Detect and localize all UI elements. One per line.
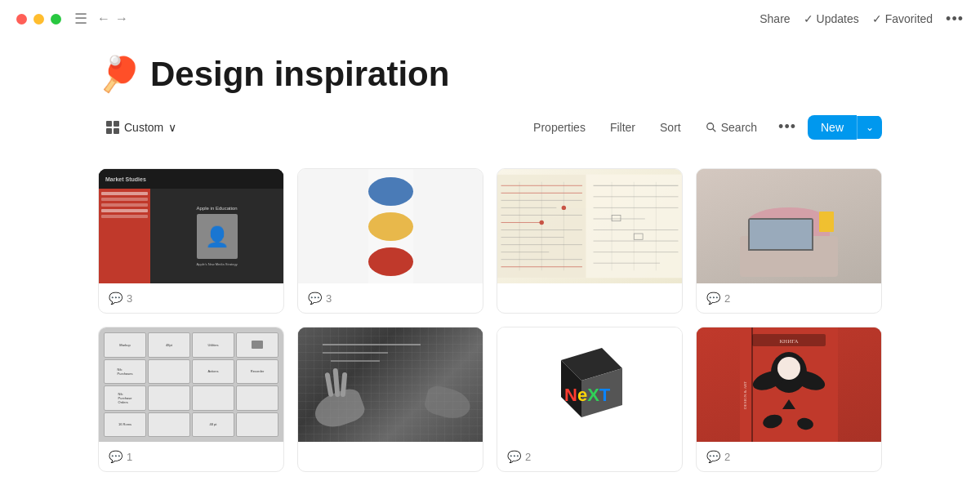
card-footer-next: 💬 2 <box>497 442 682 471</box>
oval-red <box>368 247 413 276</box>
gallery-card-apple-slides[interactable]: Market Studies Apple in Education <box>98 168 284 314</box>
comment-icon: 💬 <box>706 292 720 305</box>
back-button[interactable]: ← <box>97 11 110 26</box>
comment-icon: 💬 <box>308 292 322 305</box>
toolbar-right: Properties Filter Sort Search ••• New ⌄ <box>523 114 882 140</box>
ui-cell <box>236 385 278 411</box>
comment-icon: 💬 <box>507 450 521 463</box>
gallery-card-next[interactable]: NeXT 💬 2 <box>497 327 683 472</box>
svg-line-1 <box>712 128 715 131</box>
new-button[interactable]: New <box>808 115 857 140</box>
laptop-inner <box>697 169 881 283</box>
card-footer-book: 💬 2 <box>697 442 881 471</box>
new-button-group: New ⌄ <box>808 115 882 140</box>
ovals-inner <box>368 169 413 283</box>
gallery-card-ovals[interactable]: 💬 3 <box>297 168 483 314</box>
gallery-card-hands[interactable] <box>297 327 483 472</box>
gallery-card-mac-ui[interactable]: Markup 48pt Utilities NfcPurchases <box>98 327 284 472</box>
ui-cell <box>148 359 190 385</box>
card-footer-apple-slides: 💬 3 <box>99 283 283 313</box>
view-selector-button[interactable]: Custom ∨ <box>98 116 185 139</box>
mac-ui-inner: Markup 48pt Utilities NfcPurchases <box>99 327 283 442</box>
svg-point-30 <box>540 220 544 225</box>
ui-cell <box>148 412 190 438</box>
oval-yellow <box>368 212 413 241</box>
traffic-lights <box>16 14 61 24</box>
ui-cell <box>236 332 278 358</box>
card-image-next: NeXT <box>497 327 682 442</box>
oval-blue <box>368 177 413 206</box>
search-button[interactable]: Search <box>696 116 767 139</box>
card-footer-ovals: 💬 3 <box>298 283 483 313</box>
card-image-circuit <box>497 169 682 283</box>
sort-button[interactable]: Sort <box>650 116 691 139</box>
minimize-button[interactable] <box>33 14 44 24</box>
gallery-card-laptop[interactable]: 💬 2 <box>696 168 882 314</box>
svg-text:КНИГА: КНИГА <box>779 338 798 345</box>
titlebar-right: Share ✓ Updates ✓ Favorited ••• <box>760 11 964 28</box>
ui-cell <box>192 385 234 411</box>
comment-icon: 💬 <box>706 450 720 463</box>
card-image-laptop <box>697 169 881 283</box>
updates-label: Updates <box>817 12 859 25</box>
maximize-button[interactable] <box>51 14 61 24</box>
properties-button[interactable]: Properties <box>523 116 595 139</box>
page-header: 🏓 Design inspiration Custom ∨ Properties… <box>0 38 980 168</box>
comment-count: 2 <box>724 292 730 305</box>
book-svg: КНИГА DESIGN & <box>697 327 881 442</box>
svg-point-44 <box>777 357 800 380</box>
favorited-label: Favorited <box>885 12 933 25</box>
titlebar: ☰ ← → Share ✓ Updates ✓ Favorited ••• <box>0 0 980 38</box>
circuit-inner <box>497 169 682 283</box>
card-image-apple-slides: Market Studies Apple in Education <box>99 169 283 283</box>
hands-inner <box>298 327 483 442</box>
ui-cell <box>148 385 190 411</box>
card-image-ovals <box>298 169 483 283</box>
close-button[interactable] <box>16 14 27 24</box>
card-footer-laptop: 💬 2 <box>697 283 881 313</box>
ui-cell: Markup <box>104 332 146 358</box>
comment-count: 1 <box>127 451 132 463</box>
ui-cell: Actions <box>192 359 234 385</box>
comment-count: 3 <box>127 292 132 305</box>
forward-button[interactable]: → <box>115 11 128 26</box>
svg-text:DESIGN & ART: DESIGN & ART <box>743 381 747 409</box>
ui-cell: 48pt <box>148 332 190 358</box>
updates-check[interactable]: ✓ Updates <box>804 12 859 25</box>
ui-cell: 48 pt <box>192 412 234 438</box>
menu-icon[interactable]: ☰ <box>74 10 87 28</box>
page-title-row: 🏓 Design inspiration <box>98 54 882 94</box>
gallery-card-book[interactable]: КНИГА DESIGN & <box>696 327 882 472</box>
ui-cell <box>236 412 278 438</box>
ui-cell: Recorder <box>236 359 278 385</box>
slides-inner: Market Studies Apple in Education <box>99 169 283 283</box>
more-options-button[interactable]: ••• <box>946 11 964 28</box>
comment-icon: 💬 <box>109 292 122 305</box>
card-image-hands <box>298 327 483 442</box>
comment-icon: 💬 <box>109 450 122 463</box>
gallery-view-icon <box>106 121 119 134</box>
toolbar-more-button[interactable]: ••• <box>772 114 803 140</box>
new-dropdown-button[interactable]: ⌄ <box>857 116 882 139</box>
favorited-check[interactable]: ✓ Favorited <box>872 12 933 25</box>
next-logo-svg: NeXT <box>545 340 635 430</box>
chevron-down-icon: ∨ <box>168 121 176 134</box>
check-icon: ✓ <box>804 12 813 25</box>
comment-count: 2 <box>525 451 531 463</box>
comment-count: 3 <box>326 292 332 305</box>
page-emoji: 🏓 <box>98 54 140 94</box>
share-label[interactable]: Share <box>760 12 790 25</box>
filter-button[interactable]: Filter <box>600 116 645 139</box>
next-inner: NeXT <box>497 327 682 442</box>
gallery: Market Studies Apple in Education <box>0 168 980 472</box>
svg-point-0 <box>706 122 713 129</box>
card-footer-circuit <box>497 283 682 300</box>
toolbar-left: Custom ∨ <box>98 116 185 139</box>
svg-text:NeXT: NeXT <box>564 385 611 405</box>
svg-point-31 <box>562 206 566 210</box>
search-icon <box>706 122 717 133</box>
ui-cell: NfcPurchaseOrders <box>104 385 146 411</box>
card-footer-mac-ui: 💬 1 <box>99 442 283 471</box>
ui-cell: NfcPurchases <box>104 359 146 385</box>
gallery-card-circuit[interactable] <box>497 168 683 314</box>
